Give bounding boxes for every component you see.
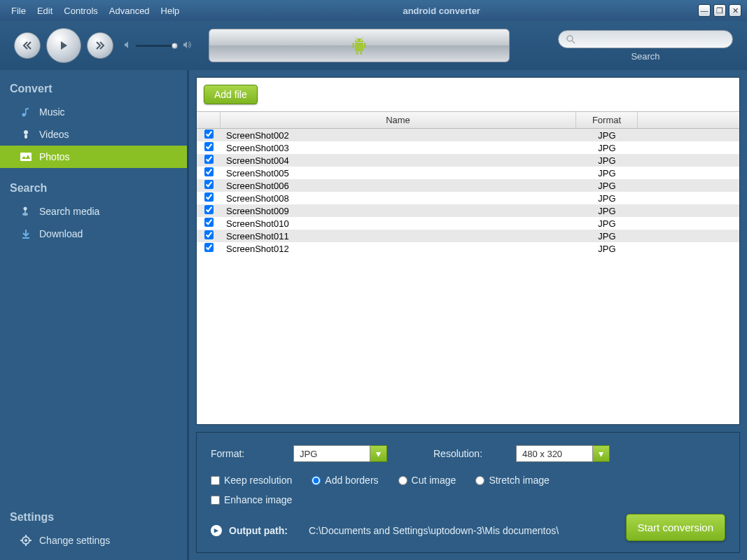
table-header: Name Format bbox=[197, 111, 739, 129]
column-name[interactable]: Name bbox=[221, 112, 576, 128]
table-row[interactable]: ScreenShot005JPG bbox=[197, 167, 739, 179]
svg-point-21 bbox=[25, 539, 27, 542]
sidebar-item-download[interactable]: Download bbox=[0, 223, 187, 245]
svg-point-18 bbox=[24, 207, 27, 211]
row-checkbox[interactable] bbox=[204, 205, 214, 214]
format-label: Format: bbox=[211, 448, 281, 459]
minimize-button[interactable]: — bbox=[698, 4, 711, 17]
add-borders-radio[interactable]: Add borders bbox=[312, 475, 378, 486]
format-dropdown-arrow[interactable]: ▾ bbox=[370, 445, 387, 462]
svg-rect-15 bbox=[20, 153, 32, 161]
row-checkbox[interactable] bbox=[204, 142, 214, 151]
table-row[interactable]: ScreenShot011JPG bbox=[197, 230, 739, 242]
table-row[interactable]: ScreenShot006JPG bbox=[197, 179, 739, 192]
row-format: JPG bbox=[576, 218, 638, 229]
video-icon bbox=[20, 128, 32, 141]
add-file-button[interactable]: Add file bbox=[204, 85, 258, 104]
row-checkbox[interactable] bbox=[204, 180, 214, 189]
sidebar-item-label: Music bbox=[39, 106, 65, 118]
table-row[interactable]: ScreenShot003JPG bbox=[197, 141, 739, 154]
play-button[interactable] bbox=[46, 28, 81, 63]
svg-rect-14 bbox=[25, 134, 27, 139]
volume-low-icon bbox=[123, 39, 132, 52]
table-row[interactable]: ScreenShot002JPG bbox=[197, 129, 739, 141]
row-format: JPG bbox=[576, 181, 638, 191]
table-row[interactable]: ScreenShot008JPG bbox=[197, 192, 739, 204]
row-format: JPG bbox=[576, 206, 638, 216]
row-name: ScreenShot005 bbox=[221, 168, 576, 178]
search-icon bbox=[566, 34, 575, 44]
sidebar-item-label: Photos bbox=[39, 151, 70, 162]
gear-icon bbox=[20, 534, 32, 547]
output-path-value: C:\Documents and Settings\uptodown-3\Mis… bbox=[309, 525, 559, 536]
sidebar-section-settings: Settings bbox=[0, 507, 187, 529]
svg-point-11 bbox=[22, 113, 26, 117]
sidebar-item-music[interactable]: Music bbox=[0, 101, 187, 123]
row-name: ScreenShot010 bbox=[221, 218, 576, 229]
menu-file[interactable]: File bbox=[6, 3, 32, 19]
volume-slider[interactable] bbox=[136, 45, 178, 47]
menu-advanced[interactable]: Advanced bbox=[104, 3, 155, 19]
row-name: ScreenShot012 bbox=[221, 244, 576, 254]
sidebar-section-convert: Convert bbox=[0, 78, 187, 101]
sidebar-item-search-media[interactable]: Search media bbox=[0, 200, 187, 223]
resolution-select[interactable]: 480 x 320 bbox=[516, 445, 593, 462]
row-name: ScreenShot002 bbox=[221, 130, 576, 141]
row-format: JPG bbox=[576, 143, 638, 153]
resolution-label: Resolution: bbox=[433, 448, 503, 459]
sidebar-item-videos[interactable]: Videos bbox=[0, 123, 187, 146]
sidebar: Convert MusicVideosPhotos Search Search … bbox=[0, 70, 189, 560]
maximize-button[interactable]: ❐ bbox=[713, 4, 726, 17]
stretch-image-radio[interactable]: Stretch image bbox=[475, 475, 549, 486]
table-row[interactable]: ScreenShot010JPG bbox=[197, 217, 739, 230]
row-name: ScreenShot006 bbox=[221, 181, 576, 191]
table-row[interactable]: ScreenShot004JPG bbox=[197, 154, 739, 167]
svg-rect-19 bbox=[22, 237, 29, 239]
row-format: JPG bbox=[576, 244, 638, 254]
sidebar-item-photos[interactable]: Photos bbox=[0, 146, 187, 168]
column-format[interactable]: Format bbox=[576, 112, 638, 128]
row-checkbox[interactable] bbox=[204, 192, 214, 202]
row-checkbox[interactable] bbox=[204, 230, 214, 239]
resolution-dropdown-arrow[interactable]: ▾ bbox=[593, 445, 610, 462]
row-format: JPG bbox=[576, 168, 638, 178]
prev-button[interactable] bbox=[14, 32, 41, 59]
menu-help[interactable]: Help bbox=[155, 3, 186, 19]
music-icon bbox=[20, 106, 32, 118]
row-checkbox[interactable] bbox=[204, 155, 214, 164]
menu-controls[interactable]: Controls bbox=[58, 3, 103, 19]
enhance-image-checkbox[interactable]: Enhance image bbox=[211, 494, 292, 505]
format-select[interactable]: JPG bbox=[293, 445, 370, 462]
app-title: android converter bbox=[185, 6, 698, 16]
next-button[interactable] bbox=[87, 32, 113, 59]
column-checkbox[interactable] bbox=[197, 112, 221, 128]
output-path-icon[interactable]: ▸ bbox=[211, 525, 222, 536]
sidebar-item-label: Videos bbox=[39, 129, 69, 140]
banner bbox=[209, 29, 510, 62]
table-row[interactable]: ScreenShot012JPG bbox=[197, 242, 739, 255]
row-checkbox[interactable] bbox=[204, 218, 214, 227]
start-conversion-button[interactable]: Start conversion bbox=[626, 514, 725, 541]
keep-resolution-checkbox[interactable]: Keep resolution bbox=[211, 475, 292, 486]
column-pad bbox=[638, 112, 739, 128]
row-checkbox[interactable] bbox=[204, 130, 214, 139]
row-checkbox[interactable] bbox=[204, 167, 214, 176]
options-panel: Format: JPG ▾ Resolution: 480 x 320 ▾ Ke… bbox=[196, 432, 740, 553]
cut-image-radio[interactable]: Cut image bbox=[398, 475, 456, 486]
row-format: JPG bbox=[576, 130, 638, 141]
close-button[interactable]: ✕ bbox=[729, 4, 741, 17]
svg-line-10 bbox=[572, 41, 575, 43]
search-input[interactable] bbox=[558, 30, 733, 48]
menu-edit[interactable]: Edit bbox=[32, 3, 58, 19]
svg-point-13 bbox=[24, 130, 28, 134]
main-panel: Add file Name Format ScreenShot002JPGScr… bbox=[189, 70, 747, 560]
svg-point-1 bbox=[356, 40, 358, 41]
sidebar-item-label: Download bbox=[39, 228, 83, 239]
row-checkbox[interactable] bbox=[204, 243, 214, 252]
sidebar-item-change-settings[interactable]: Change settings bbox=[0, 529, 187, 552]
table-row[interactable]: ScreenShot009JPG bbox=[197, 204, 739, 217]
row-format: JPG bbox=[576, 193, 638, 204]
sidebar-item-label: Search media bbox=[39, 206, 99, 217]
menubar: FileEditControlsAdvancedHelp android con… bbox=[0, 0, 747, 21]
row-name: ScreenShot008 bbox=[221, 193, 576, 204]
